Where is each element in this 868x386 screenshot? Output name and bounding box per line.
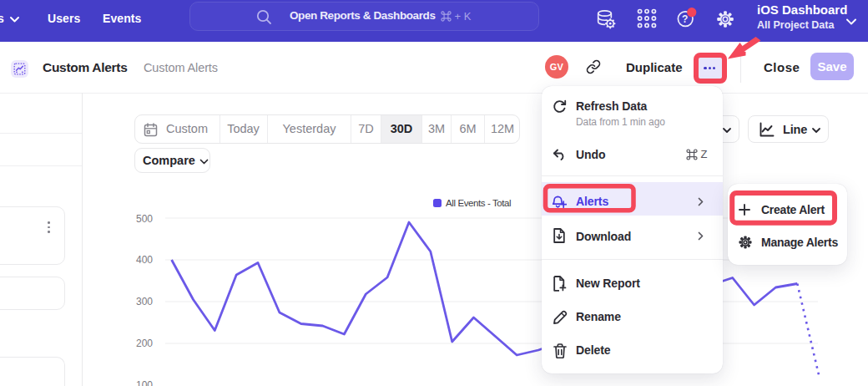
svg-text:?: ? — [682, 13, 688, 25]
svg-text:500: 500 — [136, 213, 153, 225]
svg-text:300: 300 — [136, 296, 153, 307]
svg-text:200: 200 — [136, 338, 153, 349]
svg-text:100: 100 — [136, 379, 153, 386]
svg-text:400: 400 — [136, 254, 153, 266]
